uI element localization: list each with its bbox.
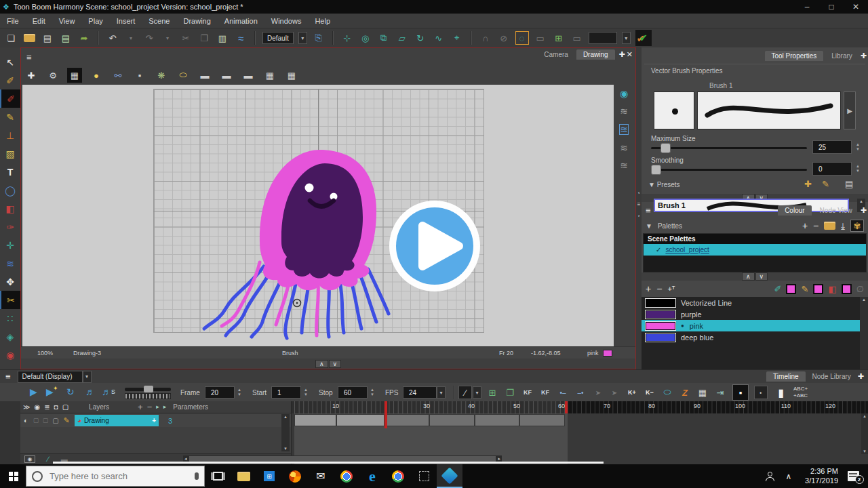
layer-toggle-1[interactable]: ▢ xyxy=(31,418,41,424)
action-center-button[interactable]: 2 xyxy=(838,464,868,488)
highlight-icon[interactable]: ⬭ xyxy=(176,68,191,83)
minimize-button[interactable]: – xyxy=(795,0,819,14)
stop-motion-keyframe-icon[interactable]: –• xyxy=(574,386,587,399)
remove-palette-icon[interactable]: − xyxy=(813,221,818,230)
loop-button[interactable]: ↻ xyxy=(66,387,75,396)
lock-icon[interactable]: ◘ xyxy=(54,404,58,411)
solo-mode-icon[interactable]: ◉ xyxy=(34,404,40,411)
ink-tool-icon[interactable]: ✑ xyxy=(0,218,20,236)
stop-spinner[interactable]: ▲▼ xyxy=(370,386,374,399)
layer-list-icon[interactable]: ≣ xyxy=(44,404,50,411)
firefox-button[interactable] xyxy=(282,464,308,488)
shower-icon[interactable]: ❋ xyxy=(154,68,169,83)
export-icon[interactable]: ➦ xyxy=(77,31,91,45)
rotate-tool-icon[interactable]: ◎ xyxy=(359,31,372,45)
add-drawing-exposure-icon[interactable]: ⊞ xyxy=(486,386,499,399)
paint-tool-icon[interactable]: ◧ xyxy=(0,199,20,218)
select-tool-icon[interactable]: ↖ xyxy=(0,53,20,71)
exposure-block[interactable] xyxy=(384,414,429,426)
save-icon[interactable]: ▤ xyxy=(41,31,54,45)
tab-node-view[interactable]: Node View xyxy=(813,205,859,216)
marker-tool-icon[interactable]: ✐ xyxy=(0,71,20,89)
start-button[interactable] xyxy=(0,464,26,488)
brush-tip-preview[interactable] xyxy=(654,92,694,129)
new-scene-icon[interactable]: ❏ xyxy=(4,31,18,45)
exposure-block[interactable] xyxy=(475,414,519,426)
add-palette-icon[interactable]: + xyxy=(802,221,808,230)
exposure-block[interactable] xyxy=(519,414,565,426)
grid-toggle-icon[interactable]: ▦ xyxy=(67,68,82,83)
divider2-down[interactable]: ∨ xyxy=(755,272,768,281)
add-keyframe-kf-icon[interactable]: KF xyxy=(521,386,534,399)
collapse-down-icon[interactable]: ∨ xyxy=(329,360,342,368)
remove-colour-icon[interactable]: − xyxy=(656,284,662,293)
translate-tool-icon[interactable]: ⊹ xyxy=(340,31,354,45)
tray-expand-button[interactable]: ∧ xyxy=(780,464,797,488)
colour-row-purple[interactable]: purple xyxy=(642,308,868,320)
volume-slider[interactable] xyxy=(125,388,171,391)
empty-dropdown[interactable] xyxy=(589,32,617,44)
menu-scene[interactable]: Scene xyxy=(149,17,170,25)
sound-waveform-icon[interactable]: ∕ xyxy=(47,455,49,463)
gutter-handle[interactable]: ≡ xyxy=(637,201,641,207)
pivot-tool-icon[interactable]: ◈ xyxy=(0,327,20,346)
view-settings-gear-icon[interactable]: ⚙ xyxy=(45,68,60,83)
colour-row-deep-blue[interactable]: deep blue xyxy=(642,331,868,343)
timeline-menu-icon[interactable]: ≡ xyxy=(5,372,11,381)
collapse-left-icon[interactable]: ‹ xyxy=(638,190,640,196)
drawing-canvas[interactable] xyxy=(22,85,614,346)
layer-toggle-2[interactable]: ▢ xyxy=(41,418,50,424)
delete-layer-icon[interactable]: − xyxy=(147,403,153,411)
maximum-size-value[interactable]: 25 xyxy=(812,140,852,154)
delete-keyframe-kf-icon[interactable]: KF xyxy=(538,386,552,399)
fps-dropdown-arrow[interactable]: ▾ xyxy=(437,386,446,399)
redo-icon[interactable]: ↷ xyxy=(142,31,156,45)
display-dropdown-arrow[interactable]: ▾ xyxy=(83,371,92,383)
menu-edit[interactable]: Edit xyxy=(33,17,45,25)
layer-row-drawing[interactable]: ◐ ▢ ▢ ▢ ✎ ◕ Drawing + 3 xyxy=(20,414,291,427)
sound-button[interactable]: ♬ xyxy=(85,387,95,396)
tab-tool-properties[interactable]: Tool Properties xyxy=(765,51,824,61)
tab-node-library[interactable]: Node Library xyxy=(806,371,858,382)
prev-keyframe-icon[interactable]: ➤ xyxy=(591,386,605,399)
start-input[interactable]: 1 xyxy=(271,386,301,399)
text-tool-icon[interactable]: T xyxy=(0,163,20,181)
layer-colour-box[interactable]: ▢ xyxy=(50,418,61,424)
paint-colour-swatch[interactable] xyxy=(842,285,851,293)
preset-menu-icon[interactable]: ▤ xyxy=(845,180,853,188)
pencil-colour-swatch[interactable] xyxy=(814,285,823,293)
chrome-profile-button[interactable] xyxy=(385,464,411,488)
frame-input[interactable]: 20 xyxy=(205,386,235,399)
tab-camera[interactable]: Camera xyxy=(537,49,575,60)
palette-manager-icon[interactable]: ✾ xyxy=(850,220,864,232)
play-button[interactable]: ▶ xyxy=(30,387,37,396)
scroll-left-icon[interactable]: ◂ xyxy=(184,456,187,462)
workspace-dropdown-arrow[interactable]: ▾ xyxy=(298,32,307,44)
skew-tool-icon[interactable]: ▱ xyxy=(395,31,409,45)
open-scene-icon[interactable] xyxy=(22,31,36,45)
import-palette-icon[interactable]: ⤓ xyxy=(841,222,845,230)
default-workspace-dropdown[interactable]: Default xyxy=(262,32,294,44)
undo-icon[interactable]: ↶ xyxy=(106,31,119,45)
motion-keyframe-icon[interactable]: •– xyxy=(556,386,570,399)
add-timeline-panel-icon[interactable]: ✚ xyxy=(858,373,864,380)
palettes-collapse-arrow[interactable]: ▼ xyxy=(646,222,652,230)
remove-icon[interactable]: ⊘ xyxy=(497,31,511,45)
tab-library[interactable]: Library xyxy=(825,51,859,61)
line-style-button[interactable]: ∕ xyxy=(458,386,472,399)
microsoft-store-button[interactable]: ⊞ xyxy=(256,464,282,488)
layer-name-bar[interactable]: ◕ Drawing + xyxy=(75,415,159,426)
chrome-button[interactable] xyxy=(334,464,359,488)
maximum-size-handle[interactable] xyxy=(660,143,671,153)
frame-spinner[interactable]: ▲▼ xyxy=(237,386,241,399)
next-keyframe-icon[interactable]: ➤ xyxy=(608,386,621,399)
smoothing-slider[interactable] xyxy=(651,169,807,171)
maximum-size-slider[interactable] xyxy=(651,147,807,149)
white-box-icon[interactable]: ▮ xyxy=(774,386,788,399)
eraser-tool-icon[interactable]: ▨ xyxy=(0,144,20,163)
menu-drawing[interactable]: Drawing xyxy=(183,17,210,25)
smoothing-spinner[interactable]: ▲▼ xyxy=(856,162,860,176)
task-view-button[interactable] xyxy=(205,464,231,488)
sound-scrub-button[interactable]: ♬S xyxy=(102,387,115,396)
scale-tool-icon[interactable]: ⧉ xyxy=(377,31,391,45)
